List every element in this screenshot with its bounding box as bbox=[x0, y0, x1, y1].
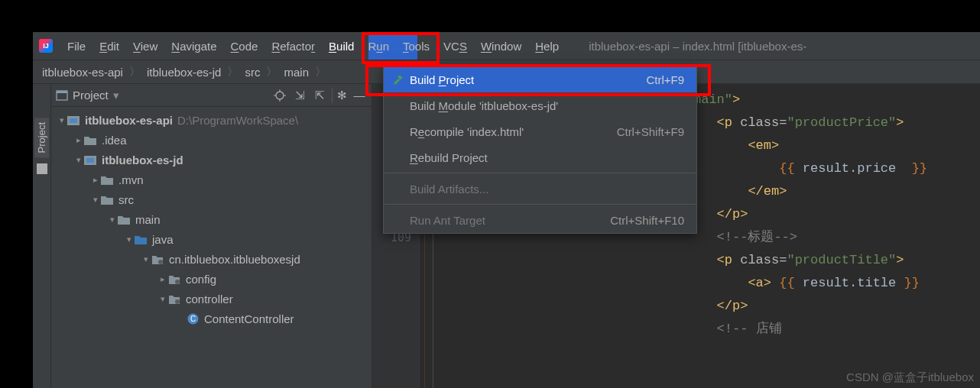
tree-item[interactable]: .mvn bbox=[118, 173, 144, 186]
menu-build-artifacts[interactable]: Build Artifacts... bbox=[384, 176, 696, 202]
app-icon: IJ bbox=[39, 39, 53, 53]
collapse-all-icon[interactable]: ⇱ bbox=[312, 88, 327, 103]
tree-item[interactable]: itbluebox-es-jd bbox=[102, 154, 183, 167]
svg-text:C: C bbox=[190, 315, 195, 323]
menu-help[interactable]: Help bbox=[528, 37, 566, 56]
breadcrumb-item[interactable]: itbluebox-es-jd bbox=[144, 66, 225, 79]
menu-refactor[interactable]: Refactor bbox=[264, 37, 322, 56]
package-icon bbox=[151, 253, 164, 265]
menu-file[interactable]: File bbox=[60, 37, 92, 56]
menu-build[interactable]: Build bbox=[322, 37, 361, 56]
breadcrumb-item[interactable]: src bbox=[242, 66, 263, 79]
project-tool-tab[interactable]: Project bbox=[34, 118, 49, 157]
window-title: itbluebox-es-api – index.html [itbluebox… bbox=[589, 40, 806, 53]
tree-item[interactable]: java bbox=[152, 233, 174, 246]
tree-item[interactable]: src bbox=[118, 193, 134, 206]
package-icon bbox=[167, 273, 181, 285]
package-icon bbox=[167, 293, 181, 305]
svg-point-12 bbox=[175, 280, 180, 284]
breadcrumb-item[interactable]: main bbox=[281, 66, 312, 79]
svg-rect-10 bbox=[86, 158, 94, 163]
svg-point-13 bbox=[175, 299, 180, 304]
expand-all-icon[interactable]: ⇲ bbox=[292, 88, 307, 103]
tree-item[interactable]: .idea bbox=[102, 134, 127, 147]
tree-item[interactable]: controller bbox=[186, 293, 233, 306]
hammer-icon bbox=[391, 73, 404, 86]
folder-icon bbox=[117, 213, 131, 225]
code-content: main"> <p class="productPrice"> <em> {{ … bbox=[693, 84, 980, 341]
svg-point-2 bbox=[276, 92, 284, 99]
svg-rect-8 bbox=[70, 118, 77, 123]
left-tool-strip: Project bbox=[33, 84, 51, 388]
project-tree[interactable]: ▾itbluebox-es-apiD:\ProgramWorkSpace\ ▸.… bbox=[51, 107, 372, 331]
tree-item[interactable]: config bbox=[186, 273, 216, 286]
breadcrumb-item[interactable]: itbluebox-es-api bbox=[39, 66, 126, 79]
svg-point-11 bbox=[158, 260, 163, 264]
folder-icon bbox=[83, 134, 97, 146]
menu-edit[interactable]: Edit bbox=[92, 37, 126, 56]
source-folder-icon bbox=[134, 233, 148, 245]
menu-tools[interactable]: Tools bbox=[396, 37, 436, 56]
menu-navigate[interactable]: Navigate bbox=[164, 37, 223, 56]
project-view-icon bbox=[56, 90, 68, 101]
tree-item[interactable]: ContentController bbox=[204, 312, 294, 325]
locate-icon[interactable] bbox=[272, 88, 287, 103]
gear-icon[interactable]: ✻ bbox=[332, 88, 347, 103]
tree-item[interactable]: itbluebox-es-api bbox=[85, 114, 173, 127]
menu-vcs[interactable]: VCS bbox=[436, 37, 474, 56]
menu-build-project[interactable]: Build ProjectCtrl+F9 bbox=[384, 66, 696, 92]
menu-run-ant-target[interactable]: Run Ant TargetCtrl+Shift+F10 bbox=[384, 207, 696, 233]
tree-item[interactable]: cn.itbluebox.itblueboxesjd bbox=[169, 253, 300, 266]
menu-recompile[interactable]: Recompile 'index.html'Ctrl+Shift+F9 bbox=[384, 118, 696, 144]
class-icon: C bbox=[186, 312, 200, 325]
menu-code[interactable]: Code bbox=[224, 37, 265, 56]
build-menu-popup: Build ProjectCtrl+F9 Build Module 'itblu… bbox=[383, 66, 697, 234]
tree-item[interactable]: main bbox=[135, 213, 161, 226]
project-pane-title[interactable]: Project bbox=[73, 89, 109, 102]
menu-view[interactable]: View bbox=[126, 37, 164, 56]
menu-window[interactable]: Window bbox=[474, 37, 528, 56]
svg-rect-1 bbox=[57, 91, 67, 93]
menu-build-module[interactable]: Build Module 'itbluebox-es-jd' bbox=[384, 92, 696, 118]
menu-run[interactable]: Run bbox=[361, 37, 396, 56]
watermark: CSDN @蓝盒子itbluebox bbox=[846, 370, 974, 385]
module-icon bbox=[67, 114, 80, 126]
folder-icon bbox=[100, 193, 114, 205]
folder-icon bbox=[100, 173, 114, 186]
menu-rebuild-project[interactable]: Rebuild Project bbox=[384, 144, 696, 170]
structure-icon[interactable] bbox=[37, 163, 47, 174]
module-icon bbox=[83, 154, 97, 166]
hide-icon[interactable]: — bbox=[352, 88, 367, 103]
